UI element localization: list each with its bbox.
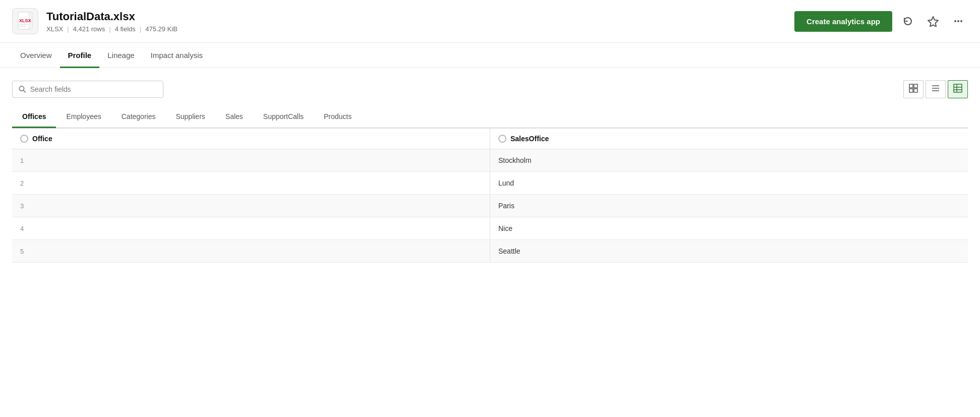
main-tabs: Overview Profile Lineage Impact analysis <box>0 43 980 68</box>
more-options-button[interactable] <box>949 12 968 31</box>
create-analytics-app-button[interactable]: Create analytics app <box>794 11 892 32</box>
svg-point-9 <box>19 86 24 91</box>
svg-point-7 <box>957 20 959 22</box>
svg-rect-3 <box>19 24 28 25</box>
file-format: XLSX <box>46 25 63 33</box>
field-tab-categories[interactable]: Categories <box>111 106 166 128</box>
sales-office-select-all[interactable] <box>498 135 506 143</box>
refresh-button[interactable] <box>898 12 917 31</box>
field-tab-sales[interactable]: Sales <box>215 106 253 128</box>
tab-profile[interactable]: Profile <box>60 43 100 68</box>
file-icon: XLSX <box>12 8 38 34</box>
file-icon-label: XLSX <box>17 11 33 32</box>
file-fields: 4 fields <box>115 25 136 33</box>
search-bar[interactable] <box>12 81 163 98</box>
svg-rect-12 <box>914 84 917 88</box>
table-row: 1 Stockholm <box>12 149 968 172</box>
svg-rect-14 <box>914 89 917 92</box>
header-right: Create analytics app <box>794 11 968 32</box>
grid-view-button[interactable] <box>903 80 924 98</box>
field-tab-suppliers[interactable]: Suppliers <box>165 106 215 128</box>
main-content: Offices Employees Categories Suppliers S… <box>0 68 980 275</box>
file-name: TutorialData.xlsx <box>46 10 178 23</box>
file-meta: XLSX | 4,421 rows | 4 fields | 475.29 Ki… <box>46 25 178 33</box>
field-tab-products[interactable]: Products <box>314 106 362 128</box>
header-left: XLSX TutorialData.xlsx XLSX | 4,421 rows… <box>12 8 178 34</box>
page-header: XLSX TutorialData.xlsx XLSX | 4,421 rows… <box>0 0 980 43</box>
svg-text:XLSX: XLSX <box>19 18 31 23</box>
svg-rect-4 <box>19 26 26 27</box>
search-input[interactable] <box>30 85 157 93</box>
office-select-all[interactable] <box>20 135 28 143</box>
field-tabs: Offices Employees Categories Suppliers S… <box>12 106 968 128</box>
svg-rect-11 <box>909 84 913 88</box>
view-controls <box>903 80 968 98</box>
file-size: 475.29 KiB <box>145 25 178 33</box>
svg-point-6 <box>954 20 956 22</box>
col-header-sales-office: SalesOffice <box>490 129 968 149</box>
svg-marker-5 <box>928 17 938 27</box>
col-header-office: Office <box>12 129 490 149</box>
field-tab-offices[interactable]: Offices <box>12 106 56 128</box>
svg-rect-13 <box>909 89 913 92</box>
svg-line-10 <box>24 90 26 92</box>
file-rows: 4,421 rows <box>73 25 105 33</box>
toolbar <box>12 80 968 98</box>
tab-impact-analysis[interactable]: Impact analysis <box>143 43 211 68</box>
table-row: 2 Lund <box>12 172 968 195</box>
svg-point-8 <box>960 20 962 22</box>
svg-rect-18 <box>954 84 962 92</box>
data-table: Office SalesOffice 1 Stockholm <box>12 128 968 263</box>
favorite-button[interactable] <box>924 12 943 31</box>
field-tab-supportcalls[interactable]: SupportCalls <box>253 106 314 128</box>
table-view-button[interactable] <box>948 80 968 98</box>
list-view-button[interactable] <box>926 80 946 98</box>
table-row: 3 Paris <box>12 195 968 217</box>
search-icon <box>19 85 26 93</box>
tab-lineage[interactable]: Lineage <box>99 43 142 68</box>
table-row: 5 Seattle <box>12 240 968 263</box>
field-tab-employees[interactable]: Employees <box>56 106 111 128</box>
file-info: TutorialData.xlsx XLSX | 4,421 rows | 4 … <box>46 10 178 33</box>
tab-overview[interactable]: Overview <box>12 43 60 68</box>
table-row: 4 Nice <box>12 217 968 240</box>
